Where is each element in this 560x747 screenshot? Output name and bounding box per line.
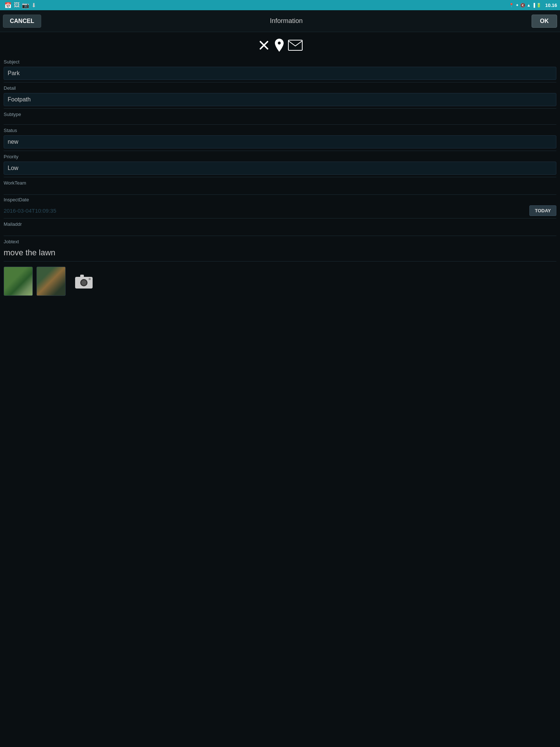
jobtext-value: move the lawn bbox=[4, 247, 556, 259]
location-icon: 📍 bbox=[509, 3, 514, 8]
workteam-field-group: WorkTeam bbox=[4, 177, 556, 195]
priority-label: Priority bbox=[4, 153, 556, 160]
svg-rect-4 bbox=[80, 275, 84, 278]
detail-field-group: Detail bbox=[4, 82, 556, 109]
svg-rect-0 bbox=[288, 40, 302, 50]
volume-mute-icon: 🔇 bbox=[520, 3, 525, 8]
today-button[interactable]: TODAY bbox=[529, 205, 556, 216]
priority-field-group: Priority bbox=[4, 151, 556, 177]
subject-label: Subject bbox=[4, 58, 556, 65]
status-right-icons: 📍 ✦ 🔇 ▲ ▐ 🔋 10.16 bbox=[509, 3, 557, 8]
photo-icon: 📷 bbox=[22, 2, 29, 9]
battery-icon: 🔋 bbox=[536, 3, 541, 8]
svg-point-5 bbox=[89, 278, 91, 280]
status-input[interactable] bbox=[4, 135, 556, 148]
status-field-group: Status bbox=[4, 125, 556, 151]
detail-input[interactable] bbox=[4, 93, 556, 106]
inspectdate-value: 2016-03-04T10:09:35 bbox=[4, 206, 526, 215]
download-icon: ⬇ bbox=[31, 2, 36, 9]
close-icon bbox=[257, 39, 271, 52]
photo-thumbnail-2[interactable] bbox=[36, 267, 66, 296]
detail-label: Detail bbox=[4, 85, 556, 92]
subtype-label: Subtype bbox=[4, 111, 556, 118]
image-icon: 🖼 bbox=[14, 2, 20, 8]
location-pin-icon bbox=[274, 39, 284, 52]
priority-input[interactable] bbox=[4, 162, 556, 175]
bluetooth-icon: ✦ bbox=[516, 3, 519, 8]
ok-button[interactable]: OK bbox=[532, 15, 557, 28]
cancel-button[interactable]: CANCEL bbox=[3, 15, 41, 28]
photo-row bbox=[0, 262, 560, 301]
workteam-label: WorkTeam bbox=[4, 179, 556, 186]
subject-input[interactable] bbox=[4, 67, 556, 80]
status-time: 10.16 bbox=[545, 3, 557, 8]
add-photo-button[interactable] bbox=[69, 267, 98, 296]
form: Subject Detail Subtype Status Priority W… bbox=[0, 56, 560, 195]
mailaddr-field-group: Mailaddr bbox=[4, 218, 556, 236]
status-left-icons: 📅 🖼 📷 ⬇ bbox=[3, 2, 36, 9]
svg-point-3 bbox=[81, 280, 86, 285]
page-title: Information bbox=[270, 17, 303, 25]
inspectdate-section: InspectDate 2016-03-04T10:09:35 TODAY bbox=[0, 195, 560, 218]
subtype-field-group: Subtype bbox=[4, 109, 556, 125]
icon-header bbox=[0, 32, 560, 56]
status-label: Status bbox=[4, 127, 556, 134]
mailaddr-section: Mailaddr Jobtext move the lawn bbox=[0, 218, 560, 262]
email-icon bbox=[288, 40, 303, 51]
mailaddr-label: Mailaddr bbox=[4, 221, 556, 228]
jobtext-label: Jobtext bbox=[4, 238, 556, 245]
status-bar: 📅 🖼 📷 ⬇ 📍 ✦ 🔇 ▲ ▐ 🔋 10.16 bbox=[0, 0, 560, 10]
calendar-icon: 📅 bbox=[4, 2, 12, 9]
camera-icon bbox=[74, 273, 93, 289]
inspectdate-row: 2016-03-04T10:09:35 TODAY bbox=[4, 203, 556, 218]
inspectdate-label: InspectDate bbox=[4, 195, 556, 203]
photo-thumbnail-1[interactable] bbox=[4, 267, 33, 296]
subject-field-group: Subject bbox=[4, 56, 556, 82]
signal-icon: ▐ bbox=[532, 3, 535, 7]
jobtext-field-group: Jobtext move the lawn bbox=[4, 236, 556, 262]
top-bar: CANCEL Information OK bbox=[0, 10, 560, 32]
wifi-icon: ▲ bbox=[527, 3, 531, 7]
